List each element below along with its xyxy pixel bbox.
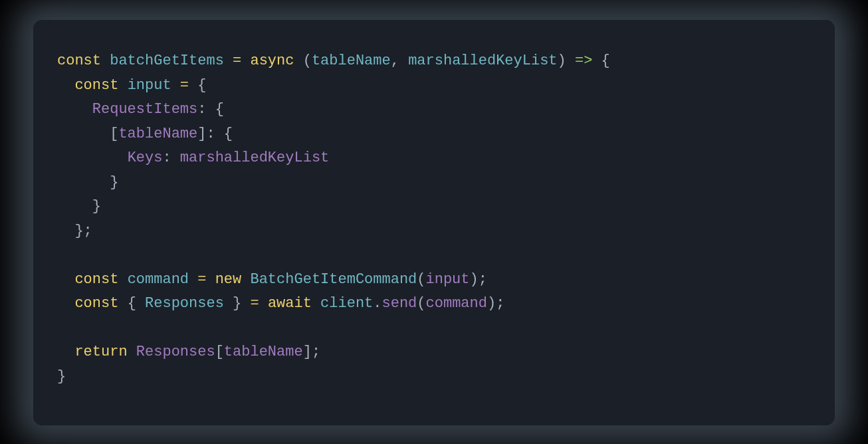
code-token: . [373, 295, 381, 312]
code-token: marshalledKeyList [180, 150, 329, 166]
code-token: = [180, 77, 189, 94]
code-token: input [426, 271, 470, 288]
code-token: tableName [312, 53, 391, 69]
code-token: } [110, 174, 118, 191]
code-token: { [224, 126, 233, 142]
code-token [57, 126, 110, 142]
code-token: await [268, 295, 320, 312]
code-token: [ [215, 344, 224, 360]
code-token: ]; [303, 344, 320, 360]
code-token: : [197, 101, 215, 118]
code-token [57, 344, 74, 360]
code-token: ] [197, 126, 206, 142]
code-token: tableName [118, 126, 197, 142]
code-token [566, 53, 575, 69]
code-token: input [128, 77, 171, 94]
code-token: : [162, 150, 179, 166]
code-token [57, 150, 128, 166]
code-token [57, 77, 74, 94]
code-token [224, 53, 233, 69]
code-token: return [74, 344, 136, 360]
code-token: ); [487, 295, 504, 312]
code-token [171, 77, 180, 94]
code-token: Keys [128, 150, 163, 166]
code-token: async [250, 53, 294, 69]
code-token: ( [303, 53, 312, 69]
code-token [189, 271, 197, 288]
code-token: [ [110, 126, 118, 142]
code-token: } [224, 295, 251, 312]
code-token: Responses [145, 295, 224, 312]
code-token: BatchGetItemCommand [250, 271, 417, 288]
code-token: const [74, 77, 127, 94]
code-token: , [391, 53, 408, 69]
code-token: ( [417, 295, 425, 312]
code-token: }; [74, 223, 92, 239]
code-block: const batchGetItems = async (tableName, … [57, 49, 811, 389]
code-token: } [57, 368, 66, 385]
code-token [57, 198, 92, 215]
code-card: const batchGetItems = async (tableName, … [33, 20, 835, 425]
code-token: = [197, 271, 206, 288]
code-token: ); [470, 271, 487, 288]
code-token: ) [558, 53, 566, 69]
code-token: command [128, 271, 189, 288]
code-token: Responses [136, 344, 215, 360]
code-token [57, 271, 74, 288]
code-token: client [320, 295, 373, 312]
code-token: const [74, 271, 127, 288]
code-token: marshalledKeyList [408, 53, 557, 69]
code-token [57, 174, 110, 191]
code-token [57, 223, 74, 239]
code-token: send [382, 295, 417, 312]
code-token: { [197, 77, 206, 94]
code-card-shadow: const batchGetItems = async (tableName, … [33, 20, 835, 425]
code-token: : [206, 126, 223, 142]
code-token: => [575, 53, 592, 69]
code-token: { [601, 53, 610, 69]
code-token [259, 295, 268, 312]
code-token [57, 295, 74, 312]
code-token: } [92, 198, 101, 215]
code-token [592, 53, 601, 69]
code-token [189, 77, 197, 94]
code-token: { [215, 101, 224, 118]
code-token [206, 271, 215, 288]
code-token [241, 53, 250, 69]
code-token: const [74, 295, 127, 312]
code-token [294, 53, 302, 69]
code-token: tableName [224, 344, 303, 360]
code-token: const [57, 53, 110, 69]
code-token: = [250, 295, 259, 312]
code-token: = [233, 53, 241, 69]
code-token: new [215, 271, 251, 288]
code-token: batchGetItems [110, 53, 224, 69]
code-token: RequestItems [92, 101, 197, 118]
code-token [57, 101, 92, 118]
code-token: { [128, 295, 145, 312]
code-token: command [426, 295, 487, 312]
code-token: ( [417, 271, 425, 288]
